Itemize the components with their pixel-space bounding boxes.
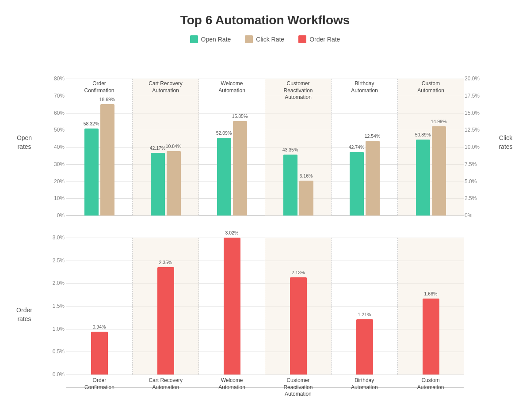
top-column-group-2: WelcomeAutomation52.09%15.85% [199,79,265,216]
legend-item-order: Order Rate [298,35,340,43]
top-column-title-1: Cart RecoveryAutomation [133,79,198,96]
top-bar-wrapper-3-1: 6.16% [299,103,313,216]
top-chart-inner: 80%20.0%70%17.5%60%15.0%50%12.5%40%10.0%… [40,57,490,229]
gridline-label-left: 2.0% [43,280,65,286]
bottom-bars-area-3: 2.13% [265,238,331,375]
top-bar-label-4-1: 12.54% [365,133,381,139]
top-bar-wrapper-2-0: 52.09% [217,96,231,216]
bottom-bars-area-1: 2.35% [133,238,198,375]
gridline-label-left: 1.0% [43,326,65,332]
top-bar-label-3-1: 6.16% [300,173,313,178]
top-column-group-1: Cart RecoveryAutomation42.17%10.84% [133,79,199,216]
top-bar-label-5-1: 14.99% [431,119,447,124]
x-label-4: BirthdayAutomation [331,375,397,401]
top-column-title-2: WelcomeAutomation [199,79,265,96]
bottom-column-group-1: 2.35% [133,238,199,375]
gridline-label-left: 0% [43,212,65,219]
gridline-label-right: 5.0% [465,178,489,185]
bottom-bar-wrapper-5-0: 1.66% [423,238,439,375]
legend-item-open: Open Rate [190,35,231,43]
gridline-label-left: 0.5% [43,348,65,355]
top-bar-label-1-1: 10.84% [166,144,182,149]
legend-label-order: Order Rate [309,36,340,43]
top-bar-fill-1-1: 10.84% [167,151,181,216]
legend-label-click: Click Rate [256,36,284,43]
bottom-bar-fill-5-0: 1.66% [423,299,439,375]
top-bar-label-3-0: 43.35% [282,147,298,152]
legend-swatch-open [190,35,198,43]
top-y-axis-right-label: Clickrates [490,57,521,229]
bottom-bar-label-0-0: 0.94% [93,324,106,329]
top-bar-wrapper-5-1: 14.99% [432,96,446,216]
bottom-y-axis-left-label: Orderrates [9,229,40,401]
charts-wrapper: Openrates 80%20.0%70%17.5%60%15.0%50%12.… [9,57,521,401]
bottom-bars-area-2: 3.02% [199,238,265,375]
bottom-bar-fill-3-0: 2.13% [290,277,307,375]
bottom-columns-container: 0.94%2.35%3.02%2.13%1.21%1.66% [66,238,464,375]
top-bar-label-4-0: 42.74% [349,144,365,150]
gridline-label-right: 10.0% [465,144,489,150]
top-bar-wrapper-5-0: 50.89% [416,96,430,216]
top-bar-wrapper-1-0: 42.17% [151,96,165,216]
bottom-bar-fill-2-0: 3.02% [224,238,240,375]
bottom-bar-wrapper-1-0: 2.35% [157,238,174,375]
gridline-label-left: 3.0% [43,235,65,241]
top-bar-fill-5-0: 50.89% [416,140,430,216]
top-bar-wrapper-0-0: 58.32% [84,96,99,216]
bottom-chart-section: Orderrates 3.0%2.5%2.0%1.5%1.0%0.5%0.0%0… [9,229,521,401]
gridline-label-left: 60% [43,110,65,116]
gridline-label-left: 80% [43,76,65,82]
top-bar-label-2-0: 52.09% [216,130,232,136]
gridline-label-left: 70% [43,93,65,99]
top-bar-wrapper-2-1: 15.85% [233,96,247,216]
bottom-x-labels: OrderConfirmationCart RecoveryAutomation… [66,375,464,401]
x-label-0: OrderConfirmation [66,375,133,401]
x-label-1: Cart RecoveryAutomation [133,375,199,401]
gridline-label-right: 2.5% [465,195,489,201]
bottom-bars-area-5: 1.66% [398,238,464,375]
top-y-axis-left-label: Openrates [9,57,40,229]
top-bar-fill-2-1: 15.85% [233,121,247,216]
top-bar-wrapper-1-1: 10.84% [167,96,181,216]
top-bar-fill-2-0: 52.09% [217,138,231,216]
top-bar-label-0-1: 18.69% [99,97,115,102]
top-chart-area: 80%20.0%70%17.5%60%15.0%50%12.5%40%10.0%… [40,57,490,229]
legend-swatch-click [245,35,253,43]
gridline-label-right: 7.5% [465,161,489,167]
bottom-column-group-2: 3.02% [199,238,265,375]
gridline-label-right: 15.0% [465,110,489,116]
top-bar-fill-1-0: 42.17% [151,153,165,216]
gridline-label-right: 12.5% [465,127,489,133]
top-bar-label-5-0: 50.89% [415,132,431,137]
gridline-label-right: 20.0% [465,76,489,82]
top-bars-area-1: 42.17%10.84% [133,96,198,216]
bottom-bar-wrapper-0-0: 0.94% [91,238,108,375]
bottom-bar-fill-4-0: 1.21% [356,319,373,375]
x-label-2: WelcomeAutomation [199,375,265,401]
bottom-chart-area: 3.0%2.5%2.0%1.5%1.0%0.5%0.0%0.94%2.35%3.… [40,229,490,401]
top-bar-label-1-0: 42.17% [150,145,166,151]
bottom-column-group-5: 1.66% [398,238,464,375]
top-bars-area-4: 42.74%12.54% [332,96,397,216]
bottom-bar-fill-1-0: 2.35% [157,267,174,375]
bottom-bar-label-5-0: 1.66% [424,291,438,296]
gridline-label-right: 0% [465,212,489,219]
gridline-label-left: 40% [43,144,65,150]
gridline-label-left: 30% [43,161,65,167]
bottom-bar-wrapper-3-0: 2.13% [290,238,307,375]
legend-label-open: Open Rate [201,36,231,43]
bottom-column-group-0: 0.94% [66,238,133,375]
top-bar-label-2-1: 15.85% [232,114,248,119]
gridline: 0%0% [66,216,464,216]
bottom-bar-wrapper-2-0: 3.02% [224,238,240,375]
bottom-bar-fill-0-0: 0.94% [91,332,108,375]
top-column-title-0: OrderConfirmation [66,79,132,96]
gridline-label-left: 10% [43,195,65,201]
top-bar-label-0-0: 58.32% [84,121,99,126]
top-bars-area-5: 50.89%14.99% [398,96,464,216]
page-title: Top 6 Automation Workflows [9,13,521,27]
page: Top 6 Automation Workflows Open RateClic… [0,0,530,410]
gridline-label-left: 1.5% [43,303,65,309]
top-bars-area-3: 43.35%6.16% [265,103,331,216]
top-bars-area-0: 58.32%18.69% [66,96,132,216]
